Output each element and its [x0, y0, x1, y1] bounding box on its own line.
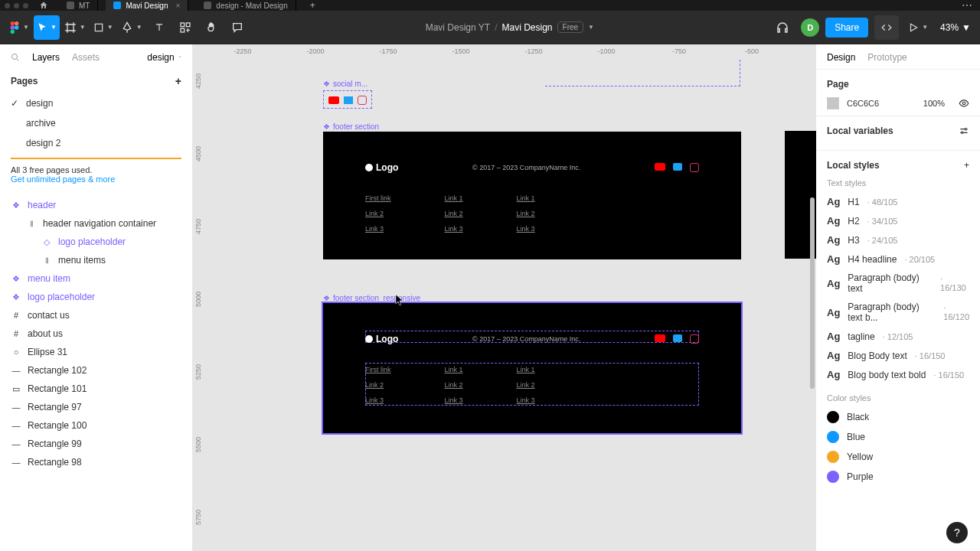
footer-link[interactable]: Link 3 [445, 225, 463, 233]
footer-link[interactable]: Link 2 [445, 381, 463, 389]
layer-label: Rectangle 99 [28, 439, 82, 449]
footer-link[interactable]: Link 2 [365, 381, 391, 389]
project-name[interactable]: Mavi Design YT [426, 22, 490, 33]
chevron-down-icon[interactable]: ▼ [588, 24, 594, 31]
variables-settings-icon[interactable] [959, 126, 969, 136]
color-hex[interactable]: C6C6C6 [847, 99, 879, 108]
text-style-item[interactable]: Agtagline · 12/105 [827, 327, 969, 346]
zoom-control[interactable]: 43% ▼ [937, 22, 974, 33]
present-button[interactable]: ▼ [905, 15, 931, 40]
footer-responsive-frame[interactable]: Logo © 2017 – 2023 CompanyName Inc. Firs… [323, 303, 741, 433]
visibility-icon[interactable] [959, 98, 969, 109]
footer-link[interactable]: First link [365, 194, 391, 202]
frame-tool[interactable]: ▼ [61, 15, 89, 40]
footer-link[interactable]: Link 2 [445, 210, 463, 217]
text-style-item[interactable]: AgH1 · 48/105 [827, 192, 969, 211]
layer-item[interactable]: ❖logo placeholder [0, 288, 192, 306]
footer-link[interactable]: Link 2 [517, 210, 535, 217]
upgrade-link[interactable]: Get unlimited pages & more [11, 174, 115, 184]
tab-layers[interactable]: Layers [32, 52, 60, 63]
layer-item[interactable]: —Rectangle 102 [0, 361, 192, 380]
new-tab-button[interactable]: + [304, 0, 322, 11]
color-style-item[interactable]: Purple [827, 467, 969, 487]
close-icon[interactable]: × [175, 2, 180, 10]
help-button[interactable]: ? [946, 522, 968, 543]
layer-item[interactable]: ○Ellipse 31 [0, 343, 192, 361]
layer-item[interactable]: ❖menu item [0, 269, 192, 288]
text-style-item[interactable]: AgBlog body text bold · 16/150 [827, 365, 969, 384]
add-style-button[interactable]: + [964, 160, 969, 171]
move-tool[interactable]: ▼ [34, 15, 60, 40]
social-media-component[interactable] [323, 90, 372, 109]
text-style-item[interactable]: AgH4 headline · 20/105 [827, 249, 969, 269]
color-swatch[interactable] [827, 97, 839, 109]
home-button[interactable] [36, 0, 51, 11]
text-style-item[interactable]: AgBlog Body text · 16/150 [827, 346, 969, 365]
tab-assets[interactable]: Assets [72, 52, 100, 63]
tab-prototype[interactable]: Prototype [867, 52, 906, 63]
footer-link[interactable]: Link 3 [517, 396, 535, 404]
footer-link[interactable]: First link [365, 366, 391, 373]
shape-tool[interactable]: ▼ [90, 15, 116, 40]
footer-link[interactable]: Link 1 [517, 194, 535, 202]
file-name[interactable]: Mavi Design [502, 22, 553, 33]
footer-link[interactable]: Link 3 [365, 396, 391, 404]
overflow-menu[interactable]: ⋯ [962, 0, 975, 11]
pen-tool[interactable]: ▼ [118, 15, 145, 40]
layer-item[interactable]: —Rectangle 98 [0, 453, 192, 471]
search-icon[interactable] [11, 53, 20, 62]
text-style-item[interactable]: AgH2 · 34/105 [827, 211, 969, 230]
page-item-design[interactable]: design [0, 93, 192, 113]
opacity-value[interactable]: 100% [923, 99, 945, 108]
footer-link[interactable]: Link 1 [517, 366, 535, 373]
text-tool[interactable] [147, 15, 172, 40]
layer-item[interactable]: ⦀menu items [0, 251, 192, 269]
text-style-item[interactable]: AgParagraph (body) text · 16/130 [827, 269, 969, 298]
main-menu[interactable]: ▼ [6, 15, 32, 40]
resources-tool[interactable] [173, 15, 198, 40]
layer-item[interactable]: ⦀header navigation container [0, 214, 192, 233]
color-style-item[interactable]: Blue [827, 427, 969, 447]
page-item-design2[interactable]: design 2 [0, 133, 192, 153]
layer-item[interactable]: —Rectangle 99 [0, 435, 192, 453]
frame-label-footer-responsive[interactable]: ❖ footer section_responsive [323, 294, 420, 302]
share-button[interactable]: Share [825, 18, 868, 37]
footer-link[interactable]: Link 3 [365, 225, 391, 233]
hand-tool[interactable] [199, 15, 224, 40]
frame-label-social[interactable]: ❖ social m... [323, 80, 368, 88]
tab-design-mavi[interactable]: design - Mavi Design [196, 0, 296, 11]
canvas[interactable]: -2250-2000-1750-1500-1250-1000-750-500 4… [193, 44, 816, 551]
avatar[interactable]: D [801, 18, 819, 37]
color-styles-label: Color styles [827, 393, 969, 403]
text-style-item[interactable]: AgH3 · 24/105 [827, 230, 969, 249]
layer-item[interactable]: —Rectangle 100 [0, 416, 192, 435]
footer-section-frame[interactable]: Logo © 2017 – 2023 CompanyName Inc. Firs… [323, 132, 741, 259]
comment-tool[interactable] [225, 15, 250, 40]
color-style-item[interactable]: Black [827, 407, 969, 427]
scrollbar[interactable] [810, 197, 815, 389]
tab-design[interactable]: Design [827, 52, 855, 63]
layer-item[interactable]: #contact us [0, 306, 192, 324]
audio-button[interactable] [770, 15, 795, 40]
dev-mode-button[interactable] [874, 15, 899, 40]
text-style-item[interactable]: AgParagraph (body) text b... · 16/120 [827, 298, 969, 327]
footer-link[interactable]: Link 2 [365, 210, 391, 217]
page-select[interactable]: design ˄ [147, 52, 181, 63]
tab-mt[interactable]: MT [59, 0, 98, 11]
page-item-archive[interactable]: archive [0, 113, 192, 133]
footer-link[interactable]: Link 1 [445, 194, 463, 202]
frame-label-footer[interactable]: ❖ footer section [323, 122, 379, 131]
footer-link[interactable]: Link 1 [445, 366, 463, 373]
add-page-button[interactable]: + [175, 75, 181, 87]
layer-item[interactable]: ❖header [0, 196, 192, 214]
page-background-color[interactable]: C6C6C6 100% [827, 97, 969, 109]
layer-item[interactable]: ◇logo placeholder [0, 233, 192, 251]
footer-link[interactable]: Link 3 [517, 225, 535, 233]
layer-item[interactable]: #about us [0, 324, 192, 343]
layer-item[interactable]: ▭Rectangle 101 [0, 380, 192, 398]
tab-mavi-design[interactable]: Mavi Design× [106, 0, 188, 11]
color-style-item[interactable]: Yellow [827, 447, 969, 467]
layer-item[interactable]: —Rectangle 97 [0, 398, 192, 416]
footer-link[interactable]: Link 2 [517, 381, 535, 389]
footer-link[interactable]: Link 3 [445, 396, 463, 404]
